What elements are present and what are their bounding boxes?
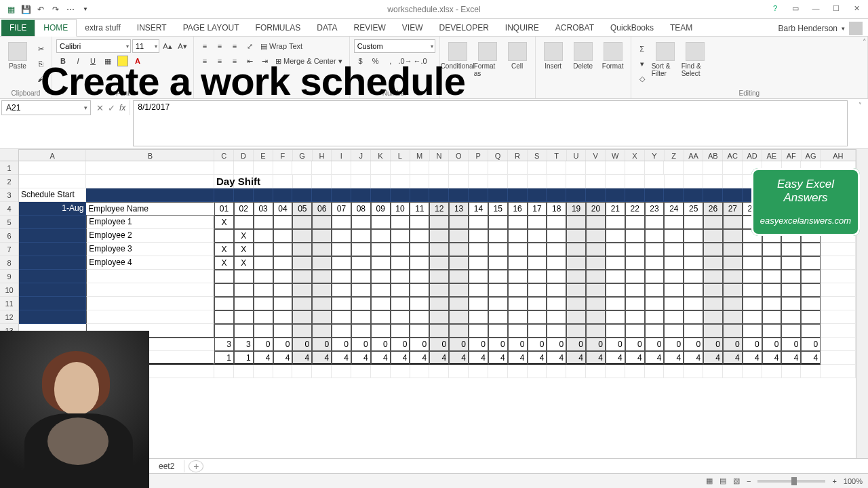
col-header[interactable]: M xyxy=(410,150,430,161)
cell[interactable] xyxy=(547,216,566,229)
cell[interactable] xyxy=(312,229,332,243)
cell[interactable] xyxy=(664,324,684,338)
cell[interactable]: 4 xyxy=(664,351,684,365)
cell[interactable]: 4 xyxy=(625,351,645,365)
cell[interactable] xyxy=(449,243,469,256)
col-header[interactable]: H xyxy=(313,150,332,161)
col-header[interactable]: T xyxy=(547,150,567,161)
cell[interactable] xyxy=(332,324,351,338)
cell[interactable]: 0 xyxy=(429,338,449,351)
cell[interactable] xyxy=(606,324,625,338)
cell[interactable] xyxy=(703,216,723,229)
cell[interactable] xyxy=(801,243,821,256)
cell[interactable] xyxy=(469,229,488,243)
col-header[interactable]: AC xyxy=(723,150,743,161)
cell[interactable] xyxy=(254,175,273,188)
cell[interactable] xyxy=(351,161,371,175)
col-header[interactable]: AH xyxy=(821,150,856,161)
cell[interactable] xyxy=(606,188,625,202)
cell[interactable] xyxy=(664,229,684,243)
cell[interactable] xyxy=(391,175,410,188)
new-sheet-button[interactable]: + xyxy=(189,460,203,472)
cell[interactable] xyxy=(625,324,645,338)
cell[interactable]: 3 xyxy=(234,338,254,351)
cell[interactable] xyxy=(723,161,743,175)
cell[interactable] xyxy=(234,216,254,229)
cell[interactable] xyxy=(273,229,293,243)
cell[interactable] xyxy=(645,365,665,378)
cell[interactable] xyxy=(723,297,743,310)
cell[interactable] xyxy=(508,310,528,324)
cell[interactable] xyxy=(214,365,234,378)
cell[interactable] xyxy=(743,256,762,270)
cell[interactable] xyxy=(469,216,488,229)
col-header[interactable]: K xyxy=(371,150,391,161)
cell[interactable] xyxy=(312,175,332,188)
cell[interactable] xyxy=(625,256,645,270)
cell[interactable] xyxy=(606,229,625,243)
maximize-icon[interactable]: ☐ xyxy=(827,1,845,15)
cell[interactable] xyxy=(528,216,547,229)
cell[interactable] xyxy=(821,310,856,324)
cell[interactable] xyxy=(469,256,488,270)
cell[interactable] xyxy=(292,310,312,324)
cell[interactable] xyxy=(684,365,703,378)
cell[interactable]: 4 xyxy=(762,351,782,365)
cell[interactable]: 4 xyxy=(410,351,429,365)
row-header[interactable]: 1 xyxy=(0,161,18,175)
cell[interactable] xyxy=(410,243,429,256)
cell[interactable] xyxy=(254,297,273,310)
row-header[interactable]: 11 xyxy=(0,297,18,310)
cell[interactable] xyxy=(723,324,743,338)
cell[interactable] xyxy=(273,161,293,175)
cell[interactable] xyxy=(821,365,856,378)
cell[interactable]: 0 xyxy=(664,338,684,351)
cell[interactable] xyxy=(528,256,547,270)
row-header[interactable]: 9 xyxy=(0,270,18,283)
row-header[interactable]: 3 xyxy=(0,188,18,202)
cell[interactable] xyxy=(723,188,743,202)
cell[interactable]: 0 xyxy=(312,338,332,351)
cell[interactable] xyxy=(351,216,371,229)
cell[interactable] xyxy=(254,283,273,297)
cell[interactable] xyxy=(488,324,508,338)
cell[interactable] xyxy=(332,229,351,243)
cell[interactable] xyxy=(332,175,351,188)
cell[interactable]: 4 xyxy=(508,351,528,365)
cell[interactable] xyxy=(821,297,856,310)
cell[interactable] xyxy=(449,365,469,378)
cell[interactable] xyxy=(528,229,547,243)
cell[interactable]: 4 xyxy=(332,351,351,365)
cell[interactable] xyxy=(645,175,665,188)
col-header[interactable]: B xyxy=(86,150,214,161)
cell[interactable]: 3 xyxy=(214,338,234,351)
cell[interactable] xyxy=(586,216,606,229)
col-header[interactable]: AD xyxy=(743,150,762,161)
cell[interactable] xyxy=(332,216,351,229)
zoom-out-icon[interactable]: − xyxy=(747,477,751,485)
cell[interactable] xyxy=(645,161,665,175)
cell[interactable] xyxy=(606,256,625,270)
cell[interactable] xyxy=(625,283,645,297)
cell[interactable] xyxy=(86,310,214,324)
cell[interactable] xyxy=(645,270,665,283)
cell[interactable] xyxy=(292,365,312,378)
cell[interactable]: 0 xyxy=(743,338,762,351)
cell[interactable] xyxy=(781,243,801,256)
number-format-select[interactable]: Custom xyxy=(354,39,435,53)
col-header[interactable]: S xyxy=(528,150,547,161)
cell[interactable] xyxy=(547,229,566,243)
cell[interactable] xyxy=(645,256,665,270)
cell[interactable] xyxy=(645,324,665,338)
cell[interactable] xyxy=(449,175,469,188)
cell[interactable] xyxy=(371,365,391,378)
cell[interactable]: 0 xyxy=(723,338,743,351)
cell[interactable] xyxy=(469,297,488,310)
cell[interactable]: 0 xyxy=(292,338,312,351)
cell[interactable] xyxy=(528,324,547,338)
enter-formula-icon[interactable]: ✓ xyxy=(108,103,115,113)
cell[interactable] xyxy=(684,297,703,310)
cell[interactable] xyxy=(743,324,762,338)
tab-acrobat[interactable]: ACROBAT xyxy=(547,20,602,36)
cell[interactable]: Employee 2 xyxy=(86,229,214,243)
